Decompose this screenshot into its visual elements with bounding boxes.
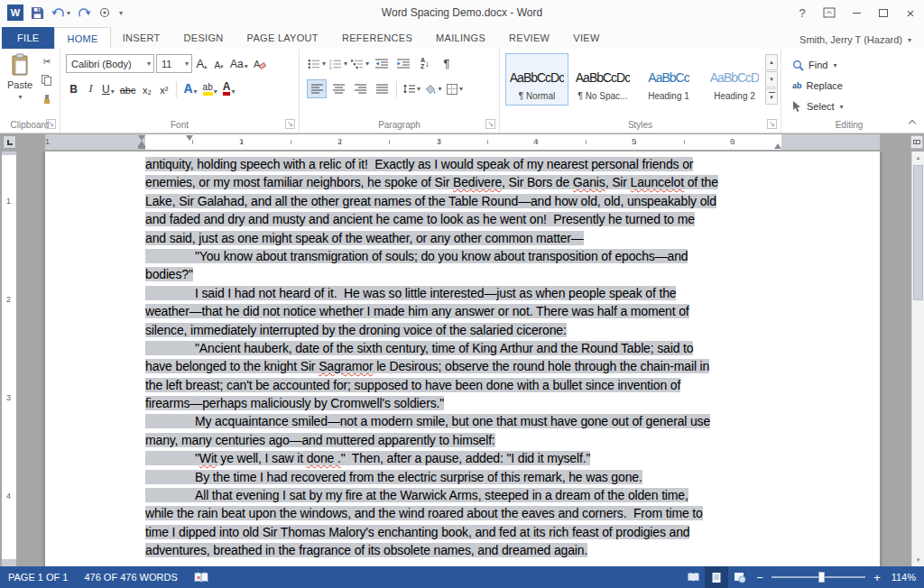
text-line[interactable]: "Wit ye well, I saw it done ." Then, aft…: [145, 449, 786, 467]
change-case-button[interactable]: Aa▾: [228, 54, 250, 73]
select-button[interactable]: Select▾: [792, 97, 844, 115]
subscript-button[interactable]: x₂: [139, 79, 154, 98]
text-line[interactable]: My acquaintance smiled—not a modern smil…: [145, 412, 786, 430]
decrease-indent-button[interactable]: [372, 54, 392, 73]
font-color-button[interactable]: A▾: [221, 79, 237, 98]
text-line[interactable]: enemies, or my most familiar neighbors, …: [145, 173, 786, 191]
ribbon-display-options-button[interactable]: [816, 0, 843, 25]
paragraph-dialog-launcher[interactable]: ↘: [485, 119, 495, 129]
collapse-ribbon-button[interactable]: [908, 118, 917, 127]
tab-mailings[interactable]: MAILINGS: [424, 27, 497, 49]
increase-indent-button[interactable]: [393, 54, 413, 73]
touch-mode-button[interactable]: [98, 4, 111, 22]
underline-button[interactable]: U▾: [100, 79, 116, 98]
copy-button[interactable]: [40, 74, 54, 87]
numbering-button[interactable]: 123 ▾: [328, 54, 348, 73]
proofing-status[interactable]: ×: [186, 566, 217, 588]
horizontal-ruler[interactable]: 1 1 2 3 4 5 6: [0, 133, 924, 152]
close-button[interactable]: ×: [897, 0, 924, 25]
zoom-slider-thumb[interactable]: [818, 572, 825, 583]
tab-review[interactable]: REVIEW: [497, 27, 561, 49]
undo-button[interactable]: ▾: [51, 4, 70, 22]
highlight-button[interactable]: ab▾: [201, 79, 219, 98]
multilevel-list-button[interactable]: ▾: [350, 54, 370, 73]
tab-insert[interactable]: INSERT: [111, 27, 172, 49]
text-line[interactable]: bodies?": [145, 265, 786, 283]
italic-button[interactable]: I: [83, 79, 98, 98]
text-line[interactable]: "Ancient hauberk, date of the sixth cent…: [145, 339, 786, 357]
clipboard-dialog-launcher[interactable]: ↘: [46, 119, 56, 129]
text-line[interactable]: Lake, Sir Galahad, and all the other gre…: [145, 192, 786, 210]
text-line[interactable]: weather—that he did not notice whether I…: [145, 302, 786, 320]
vertical-scrollbar[interactable]: ▴ ▾: [911, 152, 924, 566]
font-name-select[interactable]: Calibri (Body) ▾: [66, 54, 154, 73]
scrollbar-thumb[interactable]: [913, 165, 923, 300]
zoom-out-button[interactable]: −: [752, 571, 768, 584]
text-line[interactable]: antiquity, holding speech with a relic o…: [145, 155, 786, 173]
style-heading-2[interactable]: AaBbCcD Heading 2: [703, 53, 766, 106]
text-line[interactable]: adventures, breathed in the fragrance of…: [145, 541, 786, 559]
font-dialog-launcher[interactable]: ↘: [285, 119, 295, 129]
text-line[interactable]: the left breast; can't be accounted for;…: [145, 376, 786, 394]
minimize-button[interactable]: [843, 0, 870, 25]
left-indent-marker[interactable]: [138, 146, 145, 149]
tab-selector-button[interactable]: [3, 135, 16, 149]
tab-page-layout[interactable]: PAGE LAYOUT: [236, 27, 330, 49]
styles-more-button[interactable]: ▾: [765, 88, 778, 105]
ruler-toggle-button[interactable]: [910, 135, 923, 149]
style-heading-1[interactable]: AaBbCc Heading 1: [637, 53, 700, 106]
text-line[interactable]: By the time I had recovered from the ele…: [145, 468, 786, 486]
zoom-percentage[interactable]: 114%: [885, 572, 919, 583]
replace-button[interactable]: ab Replace: [792, 77, 843, 95]
tab-file[interactable]: FILE: [2, 27, 54, 49]
styles-dialog-launcher[interactable]: ↘: [767, 119, 777, 129]
align-right-button[interactable]: [350, 79, 370, 98]
format-painter-button[interactable]: [40, 93, 54, 106]
style-normal[interactable]: AaBbCcDc ¶ Normal: [505, 53, 568, 106]
align-left-button[interactable]: [307, 79, 327, 98]
text-line[interactable]: while the rain beat upon the windows, an…: [145, 504, 786, 522]
show-hide-pilcrow-button[interactable]: ¶: [437, 54, 457, 73]
styles-scroll-up-button[interactable]: ▴: [765, 54, 778, 70]
right-indent-marker[interactable]: [774, 143, 781, 149]
tab-stop-marker[interactable]: [186, 135, 193, 141]
save-button[interactable]: [31, 4, 44, 22]
scroll-down-arrow[interactable]: ▾: [912, 554, 924, 566]
tab-references[interactable]: REFERENCES: [330, 27, 424, 49]
bullets-button[interactable]: ▾: [307, 54, 327, 73]
web-layout-button[interactable]: [728, 566, 752, 588]
text-line[interactable]: I said I had not heard of it. He was so …: [145, 284, 786, 302]
find-button[interactable]: Find▾: [792, 56, 836, 74]
tab-view[interactable]: VIEW: [561, 27, 611, 49]
align-center-button[interactable]: [328, 79, 348, 98]
justify-button[interactable]: [372, 79, 392, 98]
print-layout-button[interactable]: [705, 566, 728, 588]
help-button[interactable]: ?: [789, 0, 816, 25]
text-line[interactable]: many, many centuries ago—and muttered ap…: [145, 431, 786, 449]
paste-button[interactable]: Paste ▾: [3, 53, 37, 115]
document-page[interactable]: antiquity, holding speech with a relic o…: [45, 152, 880, 566]
text-line[interactable]: silence, immediately interrupted by the …: [145, 321, 786, 339]
bold-button[interactable]: B: [66, 79, 81, 98]
strikethrough-button[interactable]: abc: [118, 79, 138, 98]
read-mode-button[interactable]: [681, 566, 705, 588]
text-line[interactable]: have belonged to the knight Sir Sagramor…: [145, 357, 786, 375]
text-line[interactable]: firearms—perhaps maliciously by Cromwell…: [145, 394, 786, 412]
grow-font-button[interactable]: A▴: [194, 54, 209, 73]
zoom-slider[interactable]: [772, 576, 865, 578]
page-indicator[interactable]: PAGE 1 OF 1: [0, 566, 76, 588]
style-no-spacing[interactable]: AaBbCcDc ¶ No Spac...: [571, 53, 634, 106]
account-menu[interactable]: Smith, Jerry T (Hazard) ▾: [799, 34, 924, 49]
font-size-select[interactable]: 11 ▾: [156, 54, 192, 73]
text-line[interactable]: All that evening I sat by my fire at the…: [145, 486, 786, 504]
styles-scroll-down-button[interactable]: ▾: [765, 71, 778, 87]
text-line[interactable]: and said, just as one might speak of the…: [145, 229, 786, 247]
tab-home[interactable]: HOME: [54, 27, 110, 49]
zoom-in-button[interactable]: +: [869, 571, 885, 584]
text-line[interactable]: time I dipped into old Sir Thomas Malory…: [145, 523, 786, 541]
vertical-ruler[interactable]: 1 2 3 4: [2, 152, 16, 566]
text-line[interactable]: "You know about transmigration of souls;…: [145, 247, 786, 265]
cut-button[interactable]: ✂: [40, 55, 54, 68]
line-spacing-button[interactable]: ▾: [402, 79, 421, 98]
superscript-button[interactable]: x²: [156, 79, 171, 98]
